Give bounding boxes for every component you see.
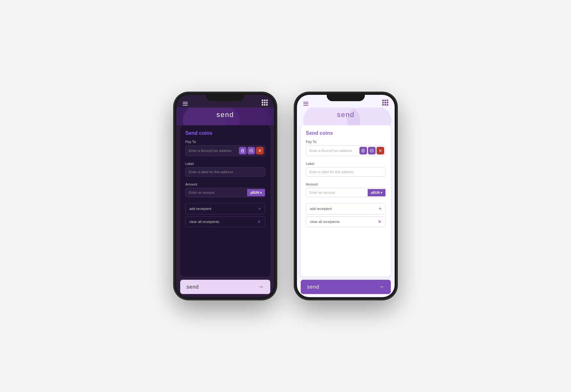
spacer-light: [306, 229, 386, 271]
plus-icon-light: +: [379, 206, 382, 212]
screen-content-light: send Send coins Pay To: [297, 95, 395, 297]
add-recipient-label-light: add receipient: [310, 207, 332, 211]
address-input-light[interactable]: [306, 146, 358, 155]
screen-content-dark: send Send coins Pay To: [176, 95, 274, 297]
content-dark: Send coins Pay To: [176, 125, 274, 297]
address-row-dark: [185, 145, 265, 156]
add-recipient-btn-dark[interactable]: add receipient +: [185, 203, 265, 214]
amount-row-light: μBUN ▾: [306, 188, 386, 197]
amount-section-dark: Amount μBUN ▾: [185, 182, 265, 200]
copy-btn-light[interactable]: [368, 147, 376, 154]
pay-to-label-dark: Pay To: [185, 140, 265, 144]
clear-btn-dark[interactable]: [256, 147, 264, 154]
clear-all-btn-light[interactable]: clear all receipients ✕: [306, 216, 386, 227]
add-recipient-btn-light[interactable]: add receipient +: [306, 203, 386, 214]
plus-icon-dark: +: [258, 206, 261, 212]
label-label-light: Label: [306, 162, 386, 166]
unit-badge-dark[interactable]: μBUN ▾: [247, 189, 265, 196]
svg-rect-0: [241, 150, 244, 152]
label-input-wrap-light: [306, 167, 386, 177]
screen-light: send Send coins Pay To: [297, 95, 395, 297]
header-banner-light: send: [297, 108, 395, 125]
amount-label-light: Amount: [306, 182, 386, 186]
label-input-dark[interactable]: [185, 167, 265, 177]
unit-badge-light[interactable]: μBUN ▾: [368, 189, 385, 196]
clear-btn-light[interactable]: [377, 147, 384, 154]
arrow-icon-dark: →: [258, 284, 264, 290]
card-light: Send coins Pay To: [301, 125, 391, 277]
arrow-icon-light: →: [378, 284, 384, 290]
header-title-dark: send: [176, 111, 274, 119]
label-section-light: Label: [306, 162, 386, 180]
send-label-dark: send: [187, 284, 199, 290]
menu-icon-dark[interactable]: [183, 102, 188, 106]
pay-to-section-light: Pay To: [306, 140, 386, 159]
amount-input-dark[interactable]: [186, 188, 247, 197]
content-light: Send coins Pay To: [297, 125, 395, 297]
unit-text-dark: μBUN: [250, 191, 259, 194]
amount-section-light: Amount μBUN ▾: [306, 182, 386, 200]
pay-to-section-dark: Pay To: [185, 140, 265, 159]
label-section-dark: Label: [185, 162, 265, 180]
phone-light: send Send coins Pay To: [295, 93, 397, 299]
unit-chevron-dark: ▾: [260, 191, 262, 194]
send-button-light[interactable]: send →: [301, 280, 391, 294]
pay-to-label-light: Pay To: [306, 140, 386, 144]
svg-rect-4: [363, 149, 364, 151]
card-dark: Send coins Pay To: [180, 125, 270, 277]
add-recipient-label-dark: add receipient: [189, 207, 211, 211]
svg-rect-3: [362, 150, 364, 152]
clear-all-label-light: clear all receipients: [310, 220, 340, 224]
send-button-dark[interactable]: send →: [180, 280, 270, 294]
send-btn-wrap-light: send →: [297, 277, 395, 297]
notch-dark: [206, 93, 244, 101]
copy-btn-dark[interactable]: [247, 147, 255, 154]
addr-btn-group-light: [358, 146, 385, 156]
send-label-light: send: [307, 284, 319, 290]
label-label-dark: Label: [185, 162, 265, 166]
x-icon-dark: ✕: [257, 219, 261, 224]
address-row-light: [306, 145, 386, 156]
unit-chevron-light: ▾: [381, 191, 382, 194]
card-title-light: Send coins: [306, 130, 386, 136]
apps-icon-light[interactable]: [382, 100, 388, 106]
phones-container: send Send coins Pay To: [174, 93, 397, 299]
phone-dark: send Send coins Pay To: [174, 93, 276, 299]
clear-all-label-dark: clear all receipients: [189, 220, 219, 224]
amount-input-light[interactable]: [306, 188, 368, 197]
amount-label-dark: Amount: [185, 182, 265, 186]
send-btn-wrap-dark: send →: [176, 277, 274, 297]
notch-light: [327, 93, 365, 101]
unit-text-light: μBUN: [371, 191, 380, 194]
label-input-light[interactable]: [306, 167, 386, 177]
paste-contacts-btn-light[interactable]: [359, 147, 367, 154]
paste-contacts-btn-dark[interactable]: [239, 147, 246, 154]
x-icon-light: ✕: [378, 219, 382, 224]
clear-all-btn-dark[interactable]: clear all receipients ✕: [185, 216, 265, 227]
menu-icon-light[interactable]: [303, 102, 308, 106]
screen-dark: send Send coins Pay To: [176, 95, 274, 297]
amount-row-dark: μBUN ▾: [185, 188, 265, 197]
address-input-dark[interactable]: [186, 146, 238, 155]
card-title-dark: Send coins: [185, 130, 265, 136]
header-banner-dark: send: [176, 108, 274, 125]
header-title-light: send: [297, 111, 395, 119]
apps-icon-dark[interactable]: [262, 100, 268, 106]
addr-btn-group-dark: [238, 146, 265, 156]
spacer-dark: [185, 229, 265, 271]
svg-rect-1: [242, 149, 244, 151]
label-input-wrap-dark: [185, 167, 265, 177]
